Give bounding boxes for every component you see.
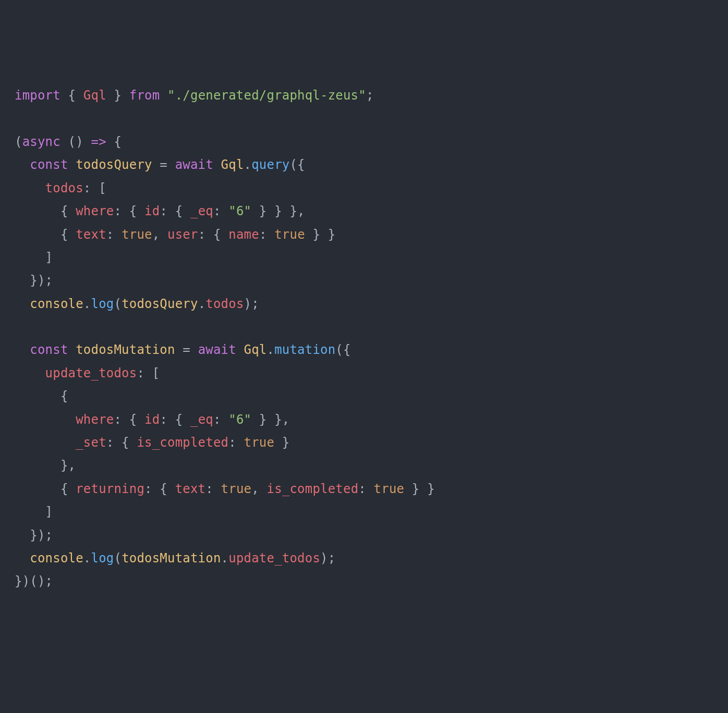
code-token: from xyxy=(129,88,160,103)
code-token: . xyxy=(244,157,252,172)
code-line xyxy=(15,107,713,130)
code-token: { xyxy=(60,88,83,103)
code-token: _eq xyxy=(190,412,213,427)
code-token: : xyxy=(358,482,373,496)
code-token xyxy=(15,551,30,566)
code-token: "./generated/graphql-zeus" xyxy=(167,88,366,103)
code-token: } } xyxy=(404,482,435,496)
code-token: : xyxy=(213,204,228,218)
code-line: import { Gql } from "./generated/graphql… xyxy=(15,84,713,107)
code-token: { xyxy=(15,204,76,218)
code-token: { xyxy=(15,482,76,496)
code-token: const xyxy=(30,157,68,172)
code-token: { xyxy=(15,227,76,242)
code-token xyxy=(15,435,76,450)
code-token: todosMutation xyxy=(122,551,221,566)
code-token xyxy=(68,157,76,172)
code-token: todos xyxy=(45,181,83,195)
code-token: update_todos xyxy=(228,551,320,566)
code-line: })(); xyxy=(15,570,713,593)
code-token: Gql xyxy=(244,342,267,357)
code-token: . xyxy=(221,551,229,566)
code-token: "6" xyxy=(228,412,251,427)
code-token: true xyxy=(244,435,275,450)
code-line: { xyxy=(15,385,713,408)
code-token: await xyxy=(175,157,213,172)
code-token: todosQuery xyxy=(122,297,198,311)
code-token: : [ xyxy=(137,366,160,380)
code-token: } }, xyxy=(251,412,289,427)
code-token xyxy=(236,342,244,357)
code-line: }); xyxy=(15,524,713,547)
code-token: ] xyxy=(15,505,53,519)
code-token: : { xyxy=(198,227,229,242)
code-token: . xyxy=(198,297,206,311)
code-token: }, xyxy=(15,458,76,473)
code-token xyxy=(15,342,30,357)
code-token: } xyxy=(106,88,129,103)
code-token: } xyxy=(274,435,289,450)
code-token: const xyxy=(30,342,68,357)
code-token: text xyxy=(175,482,206,496)
code-token: }); xyxy=(15,528,53,543)
code-line: where: { id: { _eq: "6" } }, xyxy=(15,408,713,431)
code-token: } } xyxy=(305,227,336,242)
code-token xyxy=(15,366,45,380)
code-token: : xyxy=(106,227,122,242)
code-token: await xyxy=(198,342,236,357)
code-token: name xyxy=(228,227,259,242)
code-token: where xyxy=(76,204,114,218)
code-token: returning xyxy=(76,482,144,496)
code-line: }); xyxy=(15,269,713,292)
code-token: "6" xyxy=(228,204,251,218)
code-line: { where: { id: { _eq: "6" } } }, xyxy=(15,200,713,223)
code-token: }); xyxy=(15,273,53,288)
code-line: console.log(todosQuery.todos); xyxy=(15,292,713,315)
code-token: console xyxy=(30,551,83,566)
code-token: : { xyxy=(114,204,144,218)
code-line: (async () => { xyxy=(15,130,713,153)
code-token: import xyxy=(15,88,60,103)
code-token xyxy=(15,181,45,195)
code-token: ); xyxy=(320,551,335,566)
code-line: const todosQuery = await Gql.query({ xyxy=(15,153,713,176)
code-line xyxy=(15,315,713,338)
code-token: : xyxy=(228,435,244,450)
code-token: : { xyxy=(144,482,175,496)
code-token: true xyxy=(374,482,405,496)
code-token xyxy=(68,342,76,357)
code-token: = xyxy=(175,342,198,357)
code-token: query xyxy=(251,157,289,172)
code-token: ); xyxy=(244,297,259,311)
code-token: . xyxy=(83,551,91,566)
code-token: log xyxy=(91,551,114,566)
code-token: ; xyxy=(366,88,374,103)
code-token: id xyxy=(144,204,160,218)
code-token xyxy=(15,297,30,311)
code-line: ] xyxy=(15,500,713,523)
code-token: update_todos xyxy=(45,366,137,380)
code-token: => xyxy=(91,134,106,149)
code-token: } } }, xyxy=(251,204,305,218)
code-token: todosQuery xyxy=(76,157,152,172)
code-token: : xyxy=(259,227,274,242)
code-token: })(); xyxy=(15,574,53,588)
code-token: text xyxy=(76,227,106,242)
code-line: { text: true, user: { name: true } } xyxy=(15,223,713,246)
code-token: : { xyxy=(160,204,190,218)
code-token: : { xyxy=(114,412,144,427)
code-token: ] xyxy=(15,250,53,265)
code-token: () xyxy=(60,134,91,149)
code-token: true xyxy=(274,227,305,242)
code-token: todos xyxy=(205,297,244,311)
code-token xyxy=(15,157,30,172)
code-block: import { Gql } from "./generated/graphql… xyxy=(15,84,713,593)
code-token: _eq xyxy=(190,204,213,218)
code-token: todosMutation xyxy=(76,342,175,357)
code-token: { xyxy=(106,134,122,149)
code-token: is_completed xyxy=(137,435,228,450)
code-token: , xyxy=(152,227,167,242)
code-token: console xyxy=(30,297,83,311)
code-token: = xyxy=(152,157,175,172)
code-line: update_todos: [ xyxy=(15,362,713,385)
